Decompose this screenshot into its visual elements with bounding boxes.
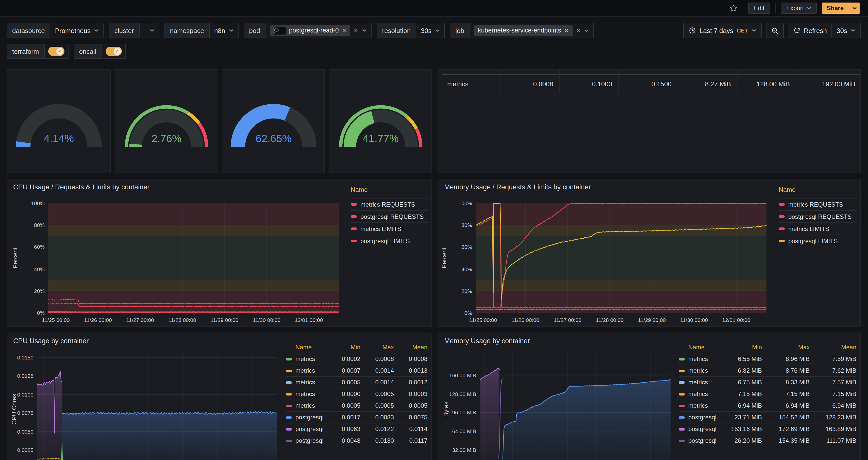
legend-row-name[interactable]: metrics <box>286 376 329 388</box>
legend-item[interactable]: postgresql LIMITS <box>779 235 857 247</box>
clock-icon <box>689 27 696 34</box>
panel-title[interactable]: Memory Usage / Requests & Limits by cont… <box>444 183 591 191</box>
legend-item[interactable]: metrics REQUESTS <box>351 198 428 210</box>
legend-header[interactable]: Name <box>779 186 857 198</box>
refresh-label[interactable]: Refresh <box>804 27 827 34</box>
terraform-switch[interactable]: ✓ <box>48 47 64 56</box>
legend-item-label: postgresql <box>296 426 323 433</box>
refresh-interval[interactable]: 30s <box>837 27 847 34</box>
legend-row-name[interactable]: postgresql <box>286 435 329 446</box>
legend-row-name[interactable]: metrics <box>679 400 721 411</box>
series-marker <box>679 404 685 407</box>
legend-column-header[interactable]: Max <box>762 341 810 353</box>
table-cell-value: 0.1000 <box>559 69 618 75</box>
legend-column-header[interactable]: Min <box>329 341 361 353</box>
legend-item[interactable]: metrics REQUESTS <box>779 198 857 210</box>
legend-column-header[interactable]: Name <box>286 341 329 353</box>
legend-item[interactable]: postgresql REQUESTS <box>779 210 857 222</box>
filter-label: job <box>450 23 470 37</box>
filter-namespace[interactable]: namespace n8n <box>164 23 238 38</box>
filter-datasource[interactable]: datasource Prometheus <box>7 23 104 38</box>
pod-chip[interactable]: ➤ postgresql-read-0 ✕ <box>270 25 350 36</box>
legend-row-name[interactable]: metrics <box>286 388 329 400</box>
legend-row-name[interactable]: metrics <box>679 388 721 400</box>
table-body: postgresql0.00760.10000.150018.46 MiB128… <box>442 70 860 93</box>
series-marker <box>286 428 292 430</box>
legend-value-mean: 0.0012 <box>394 376 427 388</box>
y-axis-tick: 0.0150 <box>7 355 33 361</box>
filter-value: n8n <box>214 27 225 34</box>
legend-value-min: 26.20 MiB <box>721 435 762 446</box>
time-range-picker[interactable]: Last 7 days CET <box>683 23 762 38</box>
filter-cluster[interactable]: cluster <box>109 23 159 38</box>
legend-column-header[interactable]: Name <box>679 341 721 353</box>
clear-icon[interactable]: ✕ <box>353 27 358 34</box>
cursor-icon: ➤ <box>273 25 279 34</box>
legend: Namemetrics REQUESTSpostgresql REQUESTSm… <box>779 186 857 247</box>
redacted-text: ➤ <box>274 27 286 34</box>
legend-row-name[interactable]: metrics <box>679 365 721 376</box>
legend-column-header[interactable]: Max <box>361 341 394 353</box>
panel-title[interactable]: Memory Usage by container <box>444 337 530 345</box>
legend-column-header[interactable]: Min <box>721 341 762 353</box>
legend-value-min: 0.0000 <box>329 388 361 400</box>
time-series-plot[interactable] <box>476 203 767 313</box>
star-icon[interactable] <box>730 4 738 12</box>
legend-row-name[interactable]: postgresql <box>679 435 721 446</box>
legend-row-name[interactable]: metrics <box>679 376 721 388</box>
filter-job[interactable]: job kubernetes-service-endpoints ✕ ✕ <box>450 23 594 38</box>
legend-row-name[interactable]: metrics <box>286 400 329 411</box>
legend-item[interactable]: metrics LIMITS <box>351 222 428 235</box>
time-series-plot[interactable] <box>480 351 671 460</box>
legend-value-min: 0.0002 <box>329 353 361 365</box>
legend-row-name[interactable]: metrics <box>286 353 329 365</box>
legend-value-min: 0.0063 <box>329 423 361 435</box>
legend-row-name[interactable]: metrics <box>286 365 329 376</box>
y-axis-tick: 60% <box>7 244 45 250</box>
legend-value-min: 6.82 MiB <box>721 365 762 376</box>
time-series-plot[interactable] <box>48 203 339 313</box>
x-axis-tick: 11/28 00:00 <box>162 317 203 323</box>
close-icon[interactable]: ✕ <box>342 27 346 34</box>
y-axis-tick: 20% <box>7 288 45 294</box>
legend-value-max: 0.0083 <box>361 411 394 423</box>
clear-icon[interactable]: ✕ <box>576 27 581 34</box>
legend-header[interactable]: Name <box>351 186 428 198</box>
share-dropdown-button[interactable] <box>849 3 860 14</box>
legend-column-header[interactable]: Mean <box>394 341 427 353</box>
legend-value-mean: 0.0114 <box>394 423 427 435</box>
refresh-icon[interactable] <box>793 27 800 34</box>
legend-row-name[interactable]: postgresql <box>679 411 721 423</box>
svg-text:62.65%: 62.65% <box>255 132 291 144</box>
legend-column-header[interactable]: Mean <box>810 341 856 353</box>
share-button[interactable]: Share <box>822 3 849 14</box>
legend-row-name[interactable]: postgresql <box>286 423 329 435</box>
share-button-label: Share <box>827 5 844 12</box>
toggle-bar: terraform ✓ oncall ✓ <box>7 44 126 59</box>
oncall-switch[interactable]: ✓ <box>105 47 122 56</box>
toggle-oncall: oncall ✓ <box>73 44 126 59</box>
panel-title[interactable]: CPU Usage by container <box>13 337 89 345</box>
zoom-out-button[interactable] <box>766 23 783 38</box>
filter-value: 30s <box>421 27 431 34</box>
table-row: metrics0.00080.10000.15008.27 MiB128.00 … <box>442 75 860 93</box>
legend-row-name[interactable]: postgresql <box>286 411 329 423</box>
legend-row-name[interactable]: postgresql <box>679 423 721 435</box>
export-button[interactable]: Export <box>781 3 816 14</box>
legend-item[interactable]: postgresql REQUESTS <box>351 210 428 222</box>
legend-row-name[interactable]: metrics <box>679 353 721 365</box>
job-chip[interactable]: kubernetes-service-endpoints ✕ <box>474 25 572 36</box>
close-icon[interactable]: ✕ <box>564 27 569 34</box>
series-marker <box>286 404 292 407</box>
legend-item[interactable]: metrics LIMITS <box>779 222 857 235</box>
edit-button[interactable]: Edit <box>748 3 770 14</box>
filter-resolution[interactable]: resolution 30s <box>377 23 445 38</box>
time-series-plot[interactable] <box>37 351 277 460</box>
filter-pod[interactable]: pod ➤ postgresql-read-0 ✕ ✕ <box>243 23 371 38</box>
panel-title[interactable]: CPU Usage / Requests & Limits by contain… <box>13 183 150 191</box>
legend-item[interactable]: postgresql LIMITS <box>351 235 428 247</box>
job-chip-label: kubernetes-service-endpoints <box>478 27 561 34</box>
table-cell-name: postgresql <box>442 69 500 75</box>
table-cell-value: 0.1500 <box>618 75 678 93</box>
chevron-down-icon <box>229 29 233 32</box>
